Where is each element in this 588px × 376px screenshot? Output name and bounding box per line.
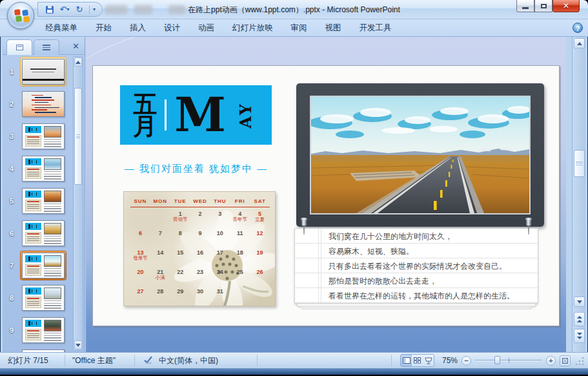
ribbon-tab-developer[interactable]: 开发工具 (350, 19, 401, 37)
calendar-day-cell: 28 (150, 286, 170, 306)
scroll-down-button[interactable] (574, 297, 585, 307)
notepad-shape[interactable]: 我们窝在几十公里的地方时间太久，容易麻木、短视、狭隘。只有多出去看看这个世界的实… (294, 228, 538, 304)
thumbnail-preview (22, 123, 65, 149)
calendar-grid: SUNMONTUEWEDTHUFRISAT1劳动节234青年节5立夏678910… (130, 198, 270, 306)
panel-scroll-thumb[interactable] (74, 88, 82, 185)
restore-button[interactable] (534, 0, 553, 12)
notepad-line-text: 容易麻木、短视、狭隘。 (329, 246, 414, 257)
slide-indicator[interactable]: 幻灯片 7/15 (8, 355, 48, 366)
language-indicator[interactable]: 中文(简体，中国) (159, 355, 218, 366)
paper-stack-edge (301, 307, 532, 309)
calendar-festival-label: 小满 (150, 275, 170, 280)
minimize-button[interactable] (516, 0, 534, 12)
office-button[interactable] (7, 2, 34, 29)
ribbon-tab-home[interactable]: 开始 (86, 19, 121, 37)
help-button[interactable]: ? (573, 23, 583, 33)
panel-scroll-up-button[interactable] (74, 57, 82, 67)
ribbon-tab-design[interactable]: 设计 (155, 19, 189, 37)
ribbon-tab-insert[interactable]: 插入 (121, 19, 155, 37)
month-initial-letter: M (174, 92, 225, 138)
ribbon-tab-classic-menu[interactable]: 经典菜单 (36, 19, 86, 37)
theme-indicator[interactable]: "Office 主题" (72, 355, 116, 366)
slide-number: 1 (3, 68, 21, 76)
zoom-slider[interactable] (475, 355, 542, 366)
ribbon-tab-review[interactable]: 审阅 (282, 19, 316, 37)
calendar-day-cell (230, 286, 250, 306)
slide-thumbnail-3[interactable]: 3 (3, 122, 72, 151)
tab-slides[interactable] (6, 39, 32, 55)
tagline-text[interactable]: — 我们对面坐着 犹如梦中 — (93, 163, 299, 175)
calendar-weekday-label: THU (210, 198, 230, 204)
next-slide-button[interactable] (574, 329, 585, 343)
ribbon-tab-slideshow[interactable]: 幻灯片放映 (223, 19, 282, 37)
spellcheck-icon[interactable] (143, 355, 154, 367)
calendar-festival-label: 青年节 (230, 217, 250, 222)
slide-thumbnail-5[interactable]: 5 (3, 187, 72, 215)
previous-slide-button[interactable] (574, 312, 585, 326)
scroll-up-button[interactable] (574, 38, 585, 48)
panel-scrollbar[interactable] (73, 56, 83, 351)
fit-to-window-button[interactable] (560, 355, 571, 366)
slide-thumbnail-2[interactable]: 2 (3, 90, 72, 118)
calendar-day-cell: 23 (190, 267, 210, 286)
calendar-day-cell (150, 209, 170, 228)
zoom-level[interactable]: 75% (438, 356, 458, 365)
ribbon-tab-animations[interactable]: 动画 (189, 19, 223, 37)
title-bar: 在路上ppt动画（www.1ppt.com）.pptx - Microsoft … (0, 0, 588, 19)
redo-button[interactable]: ↻ (73, 4, 86, 16)
redo-icon: ↻ (76, 5, 83, 14)
office-logo-icon (14, 8, 28, 23)
calendar-day-cell: 24 (210, 267, 230, 286)
main-scrollbar[interactable] (572, 37, 585, 352)
zoom-slider-thumb[interactable] (494, 356, 500, 364)
window-controls: ✕ (516, 0, 580, 12)
slide-canvas[interactable]: 五 月 M AY — 我们对面坐着 犹如梦中 — (92, 65, 560, 326)
notepad-line-text: 只有多出去看看这个世界的实际情况才会改变自己。 (329, 261, 507, 272)
slideshow-view-button[interactable] (423, 355, 434, 366)
slide-thumbnail-4[interactable]: 4 (3, 154, 72, 183)
month-rotated-letters: AY (236, 102, 255, 129)
thumbnail-preview (22, 59, 65, 85)
photo-frame-shape[interactable] (296, 83, 544, 227)
slide-thumbnail-8[interactable]: 8 (3, 284, 72, 312)
calendar-day-cell: 7 (150, 228, 170, 247)
zoom-out-button[interactable]: − (461, 356, 471, 366)
calendar-day-cell (250, 286, 270, 306)
month-title-shape[interactable]: 五 月 M AY (120, 85, 272, 145)
calendar-day-cell: 12 (250, 228, 270, 247)
pushpin-left-icon (299, 219, 309, 236)
notepad-line-text: 看看世界在怎样的运转，其他城市的人是怎样的生活。 (329, 291, 514, 302)
slide-thumbnail-7[interactable]: 7 (3, 251, 72, 280)
close-button[interactable]: ✕ (553, 0, 580, 12)
calendar-day-cell: 2 (190, 209, 210, 228)
scroll-thumb[interactable] (574, 150, 585, 177)
slide-thumbnail-1[interactable]: 1 (3, 57, 72, 86)
panel-scroll-down-button[interactable] (74, 340, 82, 350)
undo-button[interactable]: ↶▾ (58, 4, 71, 16)
thumbnail-preview (22, 188, 65, 214)
normal-view-button[interactable] (401, 355, 412, 366)
slide-number: 2 (3, 100, 21, 108)
minimize-icon (522, 7, 529, 9)
slide-thumbnail-6[interactable]: 6 (3, 219, 72, 247)
save-icon (46, 6, 54, 14)
divider-line (165, 99, 167, 131)
ribbon-tab-view[interactable]: 视图 (316, 19, 350, 37)
tab-outline[interactable] (34, 39, 59, 55)
road-photo (310, 96, 531, 214)
calendar-day-cell: 26 (250, 267, 270, 286)
zoom-in-button[interactable]: + (546, 356, 556, 366)
calendar-shape[interactable]: SUNMONTUEWEDTHUFRISAT1劳动节234青年节5立夏678910… (123, 191, 276, 306)
customize-qat-button[interactable]: ▾ (93, 6, 96, 12)
save-button[interactable] (43, 4, 56, 16)
quick-access-toolbar: ↶▾ ↻ ▾ (37, 2, 103, 17)
resize-grip[interactable] (576, 357, 584, 365)
thumbnail-preview (22, 285, 65, 311)
undo-icon: ↶ (60, 5, 67, 14)
panel-close-button[interactable]: ✕ (72, 41, 79, 51)
notepad-line-text: 那怕是暂时的散散心出去走走， (329, 276, 437, 287)
slide-thumbnail-9[interactable]: 9 (3, 316, 72, 344)
thumbnail-preview (22, 317, 65, 343)
notepad-line: 我们窝在几十公里的地方时间太久， (295, 229, 538, 244)
slide-sorter-button[interactable] (412, 355, 423, 366)
